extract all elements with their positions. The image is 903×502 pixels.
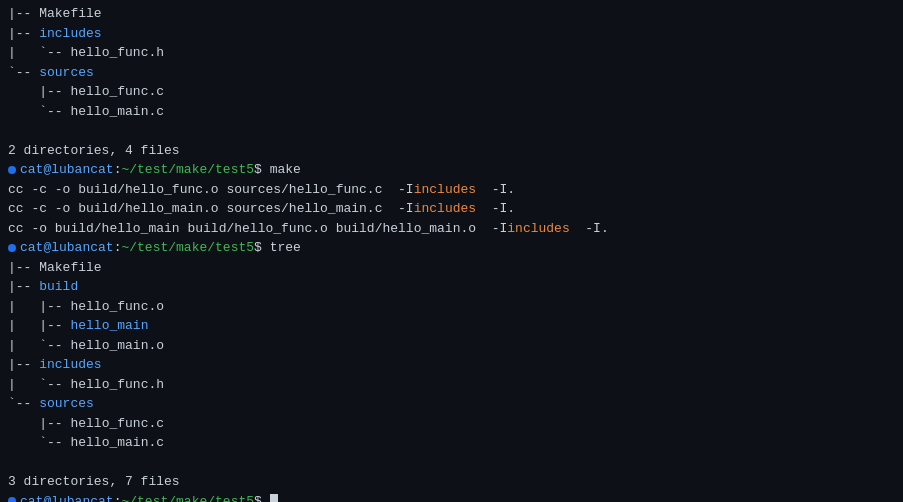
make-output-3: cc -o build/hello_main build/hello_func.…: [8, 219, 895, 239]
prompt-make: cat@lubancat:~/test/make/test5$ make: [8, 160, 895, 180]
tree-line-sources-top: `-- sources: [8, 63, 895, 83]
tree-line-makefile-top: |-- Makefile: [8, 4, 895, 24]
tree2-line-includes: |-- includes: [8, 355, 895, 375]
blank-line-2: [8, 453, 895, 473]
prompt-dot-final: [8, 497, 16, 502]
make-output-2: cc -c -o build/hello_main.o sources/hell…: [8, 199, 895, 219]
tree2-line-hello-func-o: | |-- hello_func.o: [8, 297, 895, 317]
summary-2: 3 directories, 7 files: [8, 472, 895, 492]
summary-1: 2 directories, 4 files: [8, 141, 895, 161]
tree2-line-hello-func-h: | `-- hello_func.h: [8, 375, 895, 395]
terminal-cursor: [270, 494, 278, 502]
make-output-1: cc -c -o build/hello_func.o sources/hell…: [8, 180, 895, 200]
tree-line-includes-top: |-- includes: [8, 24, 895, 44]
terminal: |-- Makefile |-- includes | `-- hello_fu…: [0, 0, 903, 502]
blank-line-1: [8, 121, 895, 141]
prompt-final[interactable]: cat@lubancat:~/test/make/test5$: [8, 492, 895, 503]
tree2-line-sources: `-- sources: [8, 394, 895, 414]
tree2-line-hello-main-o: | `-- hello_main.o: [8, 336, 895, 356]
tree-line-hello-func-c-top: |-- hello_func.c: [8, 82, 895, 102]
tree-line-hello-main-c-top: `-- hello_main.c: [8, 102, 895, 122]
prompt-dot-tree2: [8, 244, 16, 252]
prompt-tree-2: cat@lubancat:~/test/make/test5$ tree: [8, 238, 895, 258]
tree2-line-hello-func-c: |-- hello_func.c: [8, 414, 895, 434]
tree2-line-makefile: |-- Makefile: [8, 258, 895, 278]
tree2-line-hello-main-exe: | |-- hello_main: [8, 316, 895, 336]
prompt-dot-make: [8, 166, 16, 174]
tree-line-hello-func-h-top: | `-- hello_func.h: [8, 43, 895, 63]
tree2-line-build: |-- build: [8, 277, 895, 297]
tree2-line-hello-main-c: `-- hello_main.c: [8, 433, 895, 453]
